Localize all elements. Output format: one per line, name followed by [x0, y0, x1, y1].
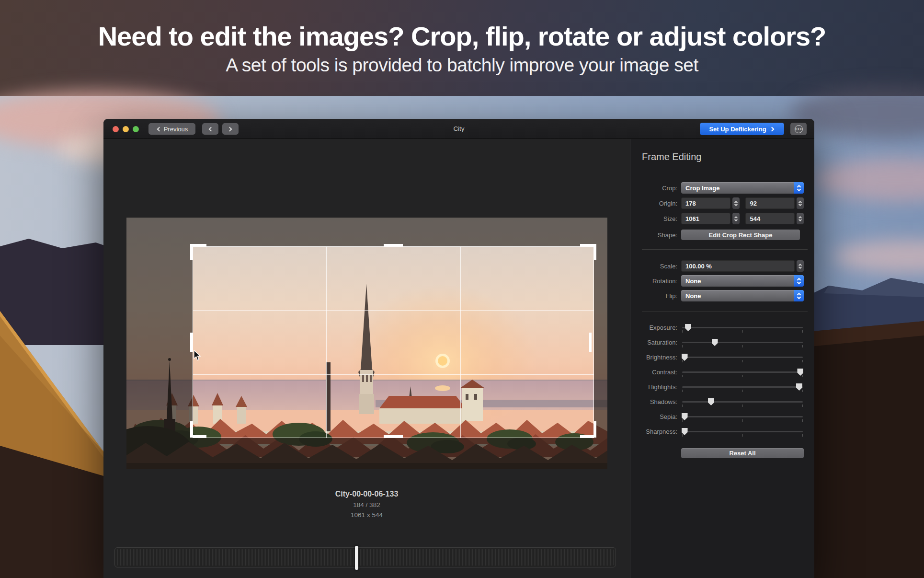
- previous-button-label: Previous: [164, 126, 188, 133]
- divider: [642, 312, 808, 312]
- divider: [642, 249, 808, 250]
- slider-track[interactable]: [682, 357, 803, 358]
- crop-dim-overlay: [126, 438, 607, 469]
- flip-popup[interactable]: None: [681, 290, 804, 301]
- chevron-left-icon: [209, 127, 214, 131]
- origin-x-stepper[interactable]: [732, 197, 740, 209]
- crop-handle-bottom-left[interactable]: [190, 421, 206, 438]
- banner-subtitle: A set of tools is provided to batchly im…: [226, 55, 698, 76]
- scale-stepper[interactable]: [797, 260, 804, 272]
- slider-thumb[interactable]: [712, 339, 718, 346]
- scale-field[interactable]: 100.00 %: [681, 260, 795, 272]
- forward-button[interactable]: [222, 123, 239, 135]
- slider-thumb[interactable]: [708, 398, 714, 405]
- slider-label: Sepia:: [630, 413, 677, 420]
- origin-y-stepper[interactable]: [797, 197, 804, 209]
- more-options-button[interactable]: ●●●: [790, 123, 807, 135]
- app-window: Previous City Set Up Deflickering ●●●: [103, 119, 814, 578]
- chevron-left-icon: [157, 127, 161, 131]
- deflicker-button-label: Set Up Deflickering: [709, 126, 766, 133]
- close-button[interactable]: [113, 126, 119, 132]
- crop-handle-right[interactable]: [589, 333, 592, 352]
- divider: [642, 167, 808, 167]
- frame-name: City-00-00-06-133: [103, 490, 630, 498]
- chevron-right-icon: [769, 127, 774, 131]
- size-width-field[interactable]: 1061: [681, 213, 730, 224]
- back-button[interactable]: [202, 123, 218, 135]
- frame-caption: City-00-00-06-133 184 / 382 1061 x 544: [103, 490, 630, 519]
- crop-handle-left[interactable]: [190, 333, 193, 352]
- slider-track[interactable]: [682, 416, 803, 417]
- slider-label: Brightness:: [630, 354, 677, 361]
- crop-grid-line: [193, 374, 594, 375]
- crop-handle-bottom[interactable]: [384, 435, 403, 438]
- crop-grid-line: [193, 310, 594, 311]
- ellipsis-circle-icon: ●●●: [795, 125, 803, 133]
- slider-shadows: Shadows:: [630, 394, 814, 409]
- crop-label: Crop:: [630, 185, 677, 192]
- shape-label: Shape:: [630, 231, 677, 239]
- screenshot-stage: Need to edit the images? Crop, flip, rot…: [0, 0, 924, 578]
- rotation-value: None: [681, 277, 701, 285]
- crop-handle-bottom-right[interactable]: [580, 421, 596, 438]
- popup-chevrons-icon: [794, 182, 804, 194]
- minimize-button[interactable]: [123, 126, 129, 132]
- slider-label: Saturation:: [630, 339, 677, 346]
- slider-label: Contrast:: [630, 369, 677, 376]
- zoom-button[interactable]: [133, 126, 139, 132]
- slider-brightness: Brightness:: [630, 350, 814, 365]
- mouse-cursor: [194, 350, 201, 361]
- crop-dim-overlay: [126, 218, 607, 246]
- crop-handle-top-left[interactable]: [190, 244, 206, 260]
- set-up-deflickering-button[interactable]: Set Up Deflickering: [700, 123, 784, 135]
- popup-chevrons-icon: [794, 290, 804, 301]
- slider-thumb[interactable]: [685, 324, 691, 331]
- slider-track[interactable]: [682, 327, 803, 328]
- slider-thumb[interactable]: [796, 383, 802, 391]
- flip-value: None: [681, 292, 701, 300]
- size-height-stepper[interactable]: [797, 213, 804, 224]
- slider-track[interactable]: [682, 342, 803, 343]
- slider-track[interactable]: [682, 386, 803, 388]
- crop-mode-popup[interactable]: Crop Image: [681, 182, 804, 194]
- frame-dimensions: 1061 x 544: [103, 511, 630, 519]
- window-titlebar: Previous City Set Up Deflickering ●●●: [103, 119, 814, 139]
- reset-all-button[interactable]: Reset All: [681, 448, 804, 458]
- slider-label: Sharpness:: [630, 428, 677, 435]
- timeline-playhead[interactable]: [355, 546, 358, 570]
- crop-mode-value: Crop Image: [681, 185, 720, 192]
- crop-grid-line: [326, 246, 327, 438]
- slider-track[interactable]: [682, 371, 803, 373]
- origin-label: Origin:: [630, 200, 677, 207]
- scale-label: Scale:: [630, 263, 677, 270]
- frame-preview[interactable]: [126, 218, 607, 469]
- size-width-stepper[interactable]: [732, 213, 740, 224]
- viewer-area: City-00-00-06-133 184 / 382 1061 x 544: [103, 139, 630, 578]
- marketing-banner: Need to edit the images? Crop, flip, rot…: [0, 0, 924, 96]
- slider-sharpness: Sharpness:: [630, 424, 814, 439]
- slider-sepia: Sepia:: [630, 409, 814, 424]
- timeline-frames: [116, 549, 614, 566]
- panel-title: Frame Editing: [642, 151, 702, 162]
- slider-contrast: Contrast:: [630, 365, 814, 380]
- slider-track[interactable]: [682, 401, 803, 403]
- size-height-field[interactable]: 544: [745, 213, 795, 224]
- crop-handle-top-right[interactable]: [580, 244, 596, 260]
- crop-rectangle[interactable]: [193, 246, 594, 438]
- slider-track[interactable]: [682, 431, 803, 432]
- slider-label: Highlights:: [630, 383, 677, 391]
- adjustment-sliders: Exposure: Saturation: Brightness: Contra…: [630, 320, 814, 439]
- origin-x-field[interactable]: 178: [681, 197, 730, 209]
- slider-saturation: Saturation:: [630, 335, 814, 350]
- crop-handle-top[interactable]: [384, 244, 403, 246]
- chevron-right-icon: [228, 127, 232, 131]
- timeline-scrubber[interactable]: [114, 547, 616, 567]
- previous-button[interactable]: Previous: [148, 123, 195, 135]
- size-label: Size:: [630, 215, 677, 222]
- origin-y-field[interactable]: 92: [745, 197, 795, 209]
- edit-crop-rect-shape-button[interactable]: Edit Crop Rect Shape: [681, 230, 800, 240]
- popup-chevrons-icon: [794, 275, 804, 287]
- banner-title: Need to edit the images? Crop, flip, rot…: [98, 21, 826, 52]
- frame-editing-panel: Frame Editing Crop: Crop Image Origin: 1…: [630, 139, 814, 578]
- rotation-popup[interactable]: None: [681, 275, 804, 287]
